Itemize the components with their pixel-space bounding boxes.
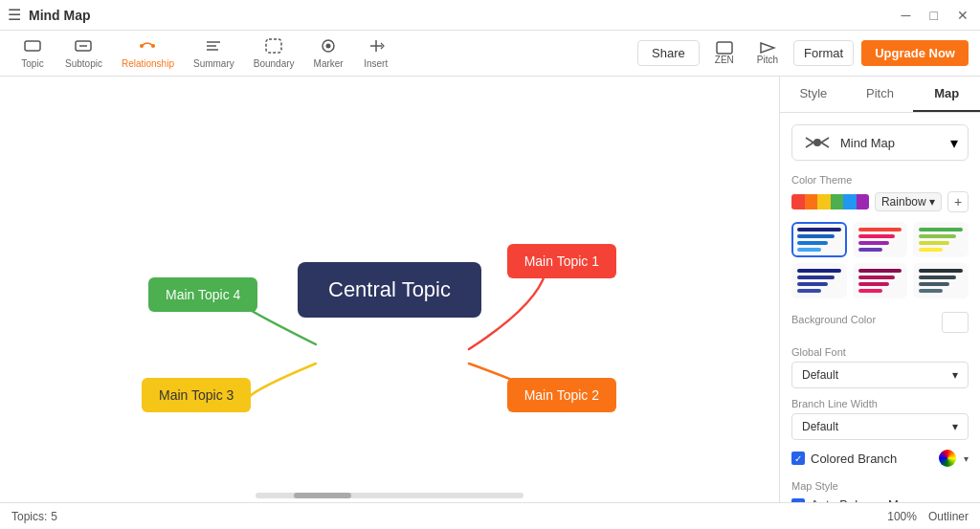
svg-marker-14	[761, 43, 774, 53]
svg-line-18	[806, 138, 813, 143]
insert-tool[interactable]: Insert	[355, 34, 397, 73]
central-topic[interactable]: Central Topic	[298, 262, 481, 318]
canvas-scrollbar[interactable]	[256, 493, 523, 498]
theme-name: Rainbow	[881, 195, 926, 209]
tab-map-label: Map	[934, 86, 959, 100]
color-seg-2	[805, 194, 818, 209]
color-strip	[791, 194, 869, 209]
theme-dropdown[interactable]: Rainbow ▾	[875, 192, 942, 211]
topics-count: 5	[51, 510, 57, 523]
topic2-label: Main Topic 2	[524, 387, 599, 403]
colored-branch-label[interactable]: ✓ Colored Branch	[791, 452, 897, 466]
check-mark-icon: ✓	[794, 453, 802, 464]
map-style-icon	[802, 133, 833, 152]
zen-label: ZEN	[715, 55, 734, 65]
app-title: Mind Map	[29, 8, 91, 23]
topic4-label: Main Topic 4	[166, 287, 240, 302]
palette-dropdown-arrow[interactable]: ▾	[964, 453, 969, 464]
zoom-level[interactable]: 100%	[887, 510, 917, 523]
topic-tool[interactable]: Topic	[11, 34, 54, 73]
panel-content: Mind Map ▾ Color Theme Rainbow ▾ +	[780, 113, 980, 502]
branch-line-width-select[interactable]: Default ▾	[791, 413, 969, 440]
map-style-arrow: ▾	[950, 134, 958, 152]
topic-node-3[interactable]: Main Topic 3	[142, 378, 251, 412]
toolbar-right: Share ZEN Pitch Format Upgrade Now	[637, 37, 969, 69]
bg-color-picker[interactable]	[942, 312, 969, 333]
map-style-section: Map Style ✓ Auto Balance Map	[791, 480, 969, 502]
tab-style-label: Style	[799, 86, 827, 100]
titlebar-controls: ─ □ ✕	[898, 8, 972, 23]
canvas[interactable]: Central Topic Main Topic 4 Main Topic 1 …	[0, 77, 779, 502]
relationship-label: Relationship	[122, 58, 174, 69]
summary-icon	[205, 38, 222, 57]
format-button[interactable]: Format	[793, 40, 854, 66]
tab-map[interactable]: Map	[913, 77, 980, 112]
boundary-label: Boundary	[254, 58, 295, 69]
branch-line-width-label: Branch Line Width	[791, 398, 969, 409]
subtopic-tool[interactable]: Subtopic	[57, 34, 110, 73]
color-seg-1	[791, 194, 805, 209]
summary-tool[interactable]: Summary	[186, 34, 242, 73]
tab-pitch[interactable]: Pitch	[847, 77, 914, 112]
topic-node-1[interactable]: Main Topic 1	[507, 244, 616, 278]
map-style-label: Mind Map	[802, 133, 895, 152]
minimize-button[interactable]: ─	[898, 8, 915, 23]
theme-preset-2[interactable]	[853, 222, 908, 257]
titlebar: ☰ Mind Map ─ □ ✕	[0, 0, 980, 31]
svg-point-10	[326, 43, 331, 48]
zen-button[interactable]: ZEN	[707, 37, 742, 69]
topics-label: Topics:	[11, 510, 47, 523]
map-style-name: Mind Map	[840, 136, 895, 150]
color-seg-6	[857, 194, 869, 209]
boundary-tool[interactable]: Boundary	[246, 34, 302, 73]
global-font-arrow: ▾	[952, 368, 958, 382]
theme-preset-4[interactable]	[791, 263, 847, 298]
colored-branch-checkbox[interactable]: ✓	[791, 452, 805, 465]
colored-branch-text: Colored Branch	[811, 452, 897, 466]
tab-style[interactable]: Style	[780, 77, 847, 112]
tab-pitch-label: Pitch	[866, 86, 894, 100]
bg-color-label: Background Color	[791, 314, 876, 325]
central-topic-label: Central Topic	[328, 277, 451, 301]
map-style-section-label: Map Style	[791, 480, 969, 492]
toolbar-tools: Topic Subtopic Relationship Summary Boun…	[11, 34, 397, 73]
topic-node-4[interactable]: Main Topic 4	[148, 277, 257, 312]
topic-label: Topic	[21, 58, 43, 69]
close-button[interactable]: ✕	[953, 8, 972, 23]
toolbar: Topic Subtopic Relationship Summary Boun…	[0, 31, 980, 77]
main-area: Central Topic Main Topic 4 Main Topic 1 …	[0, 77, 980, 502]
upgrade-button[interactable]: Upgrade Now	[861, 40, 969, 66]
theme-preset-1[interactable]	[791, 222, 847, 257]
theme-preset-5[interactable]	[853, 263, 908, 298]
topic-node-2[interactable]: Main Topic 2	[507, 378, 616, 412]
relationship-tool[interactable]: Relationship	[114, 34, 182, 73]
colored-branch-row: ✓ Colored Branch ▾	[791, 450, 969, 467]
menu-icon[interactable]: ☰	[8, 6, 21, 24]
svg-point-15	[813, 139, 821, 146]
marker-tool[interactable]: Marker	[306, 34, 351, 73]
outliner-label[interactable]: Outliner	[928, 510, 969, 523]
branch-line-width-group: Branch Line Width Default ▾	[791, 398, 969, 440]
global-font-select[interactable]: Default ▾	[791, 362, 969, 388]
share-button[interactable]: Share	[637, 40, 700, 66]
add-theme-button[interactable]: +	[947, 191, 969, 212]
map-style-selector[interactable]: Mind Map ▾	[791, 124, 969, 161]
pitch-label: Pitch	[757, 55, 778, 65]
svg-point-3	[140, 44, 144, 48]
maximize-button[interactable]: □	[926, 8, 942, 23]
global-font-group: Global Font Default ▾	[791, 346, 969, 388]
theme-preset-6[interactable]	[913, 263, 969, 298]
color-palette-button[interactable]	[939, 450, 956, 467]
theme-presets	[791, 222, 969, 298]
marker-label: Marker	[314, 58, 344, 69]
summary-label: Summary	[193, 58, 234, 69]
statusbar-right: 100% Outliner	[887, 510, 969, 523]
theme-preset-3[interactable]	[913, 222, 969, 257]
branch-line-width-arrow: ▾	[952, 420, 958, 433]
insert-label: Insert	[364, 58, 388, 69]
svg-line-17	[821, 143, 829, 147]
pitch-button[interactable]: Pitch	[749, 37, 786, 69]
relationship-icon	[139, 38, 156, 57]
background-color-row: Background Color	[791, 312, 969, 333]
topic3-label: Main Topic 3	[159, 387, 234, 403]
